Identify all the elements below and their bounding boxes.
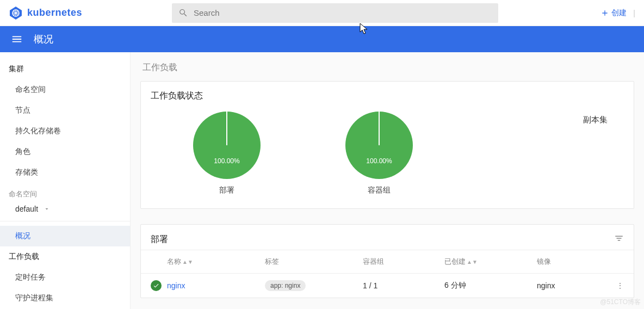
- create-label: 创建: [611, 8, 627, 18]
- cell-created: 6 分钟: [444, 281, 537, 291]
- sidebar-item-namespaces[interactable]: 命名空间: [0, 79, 130, 100]
- deployment-link[interactable]: nginx: [167, 281, 185, 290]
- divider: |: [633, 9, 635, 17]
- pie-pods: 100.00%: [345, 112, 413, 179]
- search-input[interactable]: [194, 8, 492, 17]
- sidebar-item-roles[interactable]: 角色: [0, 141, 130, 162]
- top-header: kubernetes 创建 |: [0, 0, 644, 26]
- col-created[interactable]: 已创建▲▼: [444, 257, 537, 267]
- sidebar-item-pv[interactable]: 持久化存储卷: [0, 121, 130, 141]
- workload-status-card: 工作负载状态 100.00% 部署 100.00% 容器组 副本集: [140, 81, 634, 209]
- deploy-card-title: 部署: [151, 234, 168, 245]
- cell-pods: 1 / 1: [363, 281, 444, 290]
- table-header: 名称▲▼ 标签 容器组 已创建▲▼ 镜像: [141, 250, 634, 273]
- sidebar: 集群 命名空间 节点 持久化存储卷 角色 存储类 命名空间 default 概况…: [0, 52, 131, 309]
- label-chip: app: nginx: [265, 280, 306, 291]
- pie-percent: 100.00%: [214, 157, 239, 165]
- charts-row: 100.00% 部署 100.00% 容器组 副本集: [141, 106, 634, 208]
- table-row: nginx app: nginx 1 / 1 6 分钟 nginx ⋮: [141, 273, 634, 298]
- main-layout: 集群 命名空间 节点 持久化存储卷 角色 存储类 命名空间 default 概况…: [0, 52, 644, 309]
- pie-deployments: 100.00%: [193, 112, 261, 179]
- logo[interactable]: kubernetes: [9, 6, 172, 20]
- namespace-selected: default: [15, 205, 38, 213]
- top-actions: 创建 |: [600, 8, 635, 18]
- sidebar-item-cronjobs[interactable]: 定时任务: [0, 267, 130, 288]
- pie-caption: 容器组: [368, 186, 391, 195]
- filter-icon[interactable]: [614, 233, 624, 245]
- section-label: 工作负载: [140, 62, 634, 73]
- namespace-selector[interactable]: default: [0, 201, 130, 221]
- plus-icon: [600, 9, 609, 17]
- replicaset-label: 副本集: [455, 112, 624, 195]
- status-ok-icon: [151, 280, 162, 291]
- kubernetes-logo-icon: [9, 6, 23, 20]
- sort-icon: ▲▼: [182, 261, 193, 264]
- cell-image: nginx: [537, 281, 613, 290]
- sort-icon: ▲▼: [467, 261, 478, 264]
- col-name[interactable]: 名称▲▼: [167, 257, 265, 267]
- sidebar-item-storageclass[interactable]: 存储类: [0, 162, 130, 183]
- create-button[interactable]: 创建: [600, 8, 627, 18]
- pie-percent: 100.00%: [366, 157, 392, 165]
- sidebar-item-overview[interactable]: 概况: [0, 226, 130, 246]
- row-menu-button[interactable]: ⋮: [613, 281, 624, 290]
- chart-pods: 100.00% 容器组: [303, 112, 455, 195]
- page-title: 概况: [34, 33, 53, 46]
- search-icon: [178, 8, 188, 18]
- sidebar-head-workloads[interactable]: 工作负载: [0, 246, 130, 267]
- deployments-card: 部署 名称▲▼ 标签 容器组 已创建▲▼ 镜像: [140, 224, 634, 298]
- content-area: 工作负载 工作负载状态 100.00% 部署 100.00% 容器组 副本集: [131, 52, 644, 309]
- sidebar-item-daemonsets[interactable]: 守护进程集: [0, 288, 130, 308]
- sidebar-head-cluster[interactable]: 集群: [0, 59, 130, 79]
- sidebar-ns-label: 命名空间: [0, 186, 130, 201]
- chart-deployments: 100.00% 部署: [151, 112, 303, 195]
- action-bar: 概况: [0, 26, 644, 52]
- menu-icon[interactable]: [11, 33, 23, 45]
- col-pods[interactable]: 容器组: [363, 257, 444, 267]
- brand-text: kubernetes: [27, 7, 82, 18]
- col-labels[interactable]: 标签: [265, 257, 363, 267]
- watermark: @51CTO博客: [600, 298, 641, 307]
- status-card-title: 工作负载状态: [141, 82, 634, 106]
- chevron-down-icon: [44, 206, 50, 212]
- pie-caption: 部署: [219, 186, 234, 195]
- col-image[interactable]: 镜像: [537, 257, 613, 267]
- search-field[interactable]: [172, 3, 498, 23]
- sidebar-item-nodes[interactable]: 节点: [0, 100, 130, 121]
